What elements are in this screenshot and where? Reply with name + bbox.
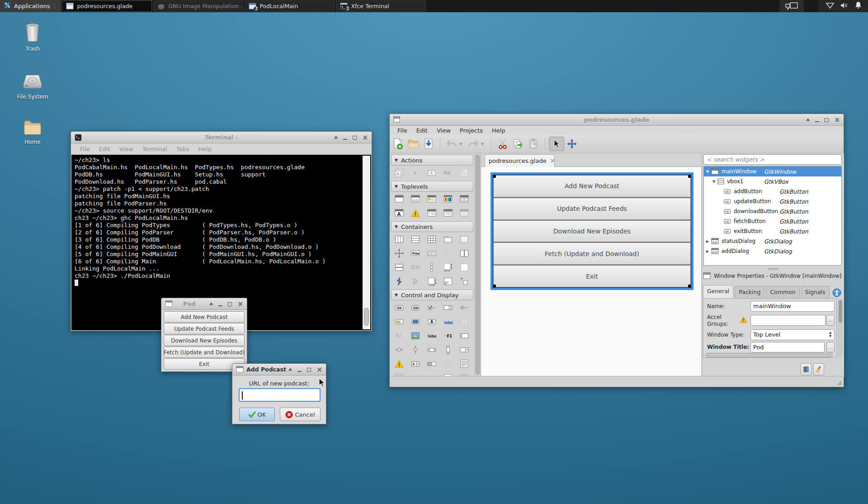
palette-item-color-dialog[interactable] — [440, 192, 456, 206]
clear-button[interactable] — [813, 363, 824, 376]
shade-button[interactable]: ∧ — [209, 302, 214, 306]
selector-tool-button[interactable] — [549, 137, 564, 151]
palette-item-hbox[interactable] — [407, 232, 424, 246]
palette-item-filechooserbutton[interactable] — [391, 314, 407, 328]
palette-item-hscale[interactable] — [391, 342, 407, 357]
palette-item-vscale[interactable] — [407, 342, 424, 357]
minimize-button[interactable] — [343, 136, 347, 140]
undo-menu-caret[interactable]: ▼ — [459, 142, 466, 146]
new-project-button[interactable] — [390, 137, 406, 151]
taskbar-button-podlocalmain[interactable]: 2PodLocalMain — [245, 0, 335, 12]
tree-row-fetchButton[interactable]: OKfetchButtonGtkButton — [704, 216, 841, 226]
design-button-add-new-podcast[interactable]: Add New Podcast — [493, 175, 691, 197]
pod-button-fetch-update-and-download-[interactable]: Fetch (Update and Download) — [164, 347, 245, 358]
palette-item-progressbar[interactable] — [424, 357, 440, 371]
palette-item-message-dialog[interactable] — [424, 192, 440, 206]
palette-item-fixed[interactable] — [391, 246, 407, 260]
palette-item-dialog[interactable] — [407, 192, 424, 206]
tree-row-vbox1[interactable]: ▼vbox1GtkVBox — [704, 176, 841, 186]
palette-item-file-dialog[interactable] — [456, 192, 472, 206]
terminal-menu-file[interactable]: File — [75, 146, 94, 152]
palette-item-menubar[interactable]: File — [407, 246, 424, 260]
properties-tab-signals[interactable]: Signals — [801, 286, 830, 298]
panel-splitter[interactable] — [702, 266, 844, 272]
palette-item-scrolledwindow[interactable] — [456, 260, 472, 274]
palette-item-entry[interactable] — [456, 328, 472, 342]
palette-item-hscrollbar[interactable] — [424, 342, 440, 357]
palette-item-vbuttonbox[interactable] — [424, 260, 440, 274]
cut-button[interactable] — [495, 137, 510, 151]
terminal-scrollbar[interactable] — [363, 156, 370, 329]
palette-item-spinbutton[interactable] — [440, 300, 456, 314]
palette-item-vscrollbar[interactable] — [440, 342, 456, 357]
properties-tab-accessibility-icon[interactable] — [831, 287, 843, 298]
taskbar-button-xfce-terminal[interactable]: $_2Xfce Terminal — [336, 0, 426, 12]
palette-item-radiobutton[interactable] — [456, 300, 472, 314]
drag-resize-tool-button[interactable] — [564, 137, 580, 151]
tab-close-icon[interactable]: ✕ — [550, 157, 555, 164]
glade-menu-help[interactable]: Help — [487, 127, 510, 134]
palette-item-image[interactable] — [407, 328, 424, 342]
properties-tab-packing[interactable]: Packing — [735, 286, 764, 298]
palette-item-font-dialog[interactable]: A — [391, 206, 407, 220]
resize-grip[interactable] — [837, 380, 841, 385]
pod-button-update-podcast-feeds[interactable]: Update Podcast Feeds — [164, 323, 245, 334]
pod-button-add-new-podcast[interactable]: Add New Podcast — [164, 311, 245, 323]
palette-item-palette-grayed[interactable] — [440, 246, 456, 260]
desktop-icon-home[interactable]: Home — [12, 119, 53, 145]
taskbar-button-gnu-image-manipulation-[interactable]: GNU Image Manipulation ... — [153, 0, 243, 12]
properties-hscrollbar[interactable] — [705, 353, 833, 357]
palette-item-fontbutton[interactable]: A — [424, 314, 440, 328]
palette-item-layout[interactable] — [440, 260, 456, 274]
palette-item-warning-dialog[interactable] — [407, 206, 424, 220]
palette-item-checkbutton[interactable] — [424, 300, 440, 314]
palette-item-action-recent[interactable] — [456, 166, 472, 180]
tree-row-addDialog[interactable]: ▶addDialogGtkDialog — [704, 246, 841, 256]
properties-vscrollbar[interactable] — [838, 299, 843, 357]
volume-icon[interactable] — [840, 2, 849, 11]
palette-item-arrow[interactable] — [407, 274, 424, 288]
tree-expander-icon[interactable]: ▼ — [706, 170, 709, 174]
properties-tab-common[interactable]: Common — [766, 286, 799, 298]
redo-menu-caret[interactable]: ▼ — [481, 142, 487, 146]
palette-item-table[interactable] — [424, 232, 440, 246]
palette-item-hpaned[interactable] — [456, 246, 472, 260]
design-button-download-new-episodes[interactable]: Download New Episodes — [493, 220, 691, 242]
tree-row-addButton[interactable]: OKaddButtonGtkButton — [704, 186, 841, 196]
open-project-button[interactable] — [406, 137, 421, 151]
design-button-update-podcast-feeds[interactable]: Update Podcast Feeds — [493, 198, 691, 220]
palette-item-expander[interactable] — [391, 274, 407, 288]
palette-item-spinner[interactable] — [440, 357, 456, 371]
palette-item-action-toggle[interactable]: A — [424, 166, 440, 180]
copy-button[interactable] — [510, 137, 526, 151]
palette-item-action[interactable]: A — [407, 166, 424, 180]
palette-item-textview[interactable] — [456, 357, 472, 371]
accel-more-button[interactable]: ... — [826, 315, 835, 326]
glade-menu-projects[interactable]: Projects — [455, 127, 487, 134]
accel-groups-input[interactable] — [750, 315, 826, 326]
window-title-input[interactable]: Pod — [750, 342, 825, 352]
terminal-menu-terminal[interactable]: Terminal — [138, 146, 172, 152]
scrollbar-thumb[interactable] — [364, 308, 369, 326]
minimize-button[interactable] — [297, 368, 302, 372]
redo-button[interactable] — [466, 137, 481, 151]
glade-menu-view[interactable]: View — [432, 127, 455, 134]
palette-item-scalebutton[interactable] — [456, 314, 472, 328]
spin-arrows-icon[interactable]: ▲▼ — [829, 331, 831, 338]
terminal-menu-edit[interactable]: Edit — [94, 146, 115, 152]
palette-item-combobox[interactable] — [456, 342, 472, 357]
close-button[interactable]: × — [362, 134, 368, 141]
maximize-button[interactable] — [307, 368, 311, 372]
palette-item-linkbutton[interactable]: label — [440, 314, 456, 328]
palette-item-notebook[interactable] — [440, 232, 456, 246]
podcast-url-input[interactable] — [239, 388, 321, 402]
glade-menu-file[interactable]: File — [393, 127, 412, 134]
palette-item-vbox[interactable] — [391, 232, 407, 246]
palette-section-containers[interactable]: ▼Containers — [391, 221, 473, 232]
tree-row-updateButton[interactable]: OKupdateButtonGtkButton — [704, 196, 841, 206]
paste-button[interactable] — [526, 137, 541, 151]
tree-expander-icon[interactable]: ▶ — [706, 249, 709, 253]
palette-item-vpaned[interactable] — [391, 260, 407, 274]
notifications-icon[interactable] — [855, 1, 862, 11]
undo-button[interactable] — [444, 137, 459, 151]
